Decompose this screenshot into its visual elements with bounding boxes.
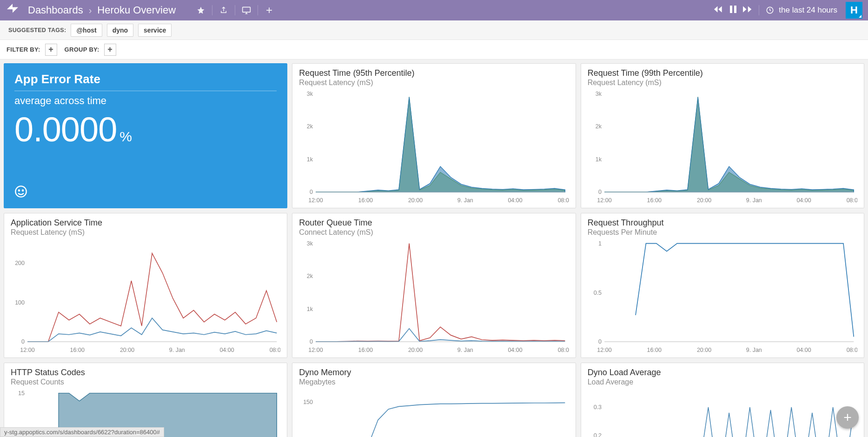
filter-row: FILTER BY: + GROUP BY: + (0, 40, 868, 60)
fab-add-panel[interactable]: + (836, 406, 859, 429)
filter-by-label: FILTER BY: (7, 46, 40, 53)
svg-text:150: 150 (303, 398, 313, 406)
tag-host[interactable]: @host (71, 24, 102, 37)
suggested-tags-row: SUGGESTED TAGS: @host dyno service (0, 20, 868, 40)
clock-icon (766, 6, 774, 14)
panel-subtitle: Request Latency (mS) (588, 79, 857, 87)
svg-text:0: 0 (598, 188, 602, 196)
panel-title: Request Time (95th Percentile) (299, 68, 569, 78)
app-logo[interactable] (6, 2, 20, 18)
panel-rt99[interactable]: Request Time (99th Percentile) Request L… (581, 63, 864, 208)
svg-text:3k: 3k (307, 239, 313, 247)
svg-text:2k: 2k (595, 123, 602, 130)
svg-text:12:00: 12:00 (309, 346, 323, 353)
dashboard-grid: App Error Rate average across time 0.000… (0, 60, 868, 437)
svg-text:16:00: 16:00 (358, 346, 373, 353)
svg-text:20:00: 20:00 (697, 346, 711, 353)
panel-subtitle: Request Latency (mS) (11, 228, 280, 237)
filter-add-button[interactable]: + (45, 44, 57, 56)
svg-text:20:00: 20:00 (697, 196, 711, 204)
svg-text:04:00: 04:00 (508, 346, 523, 353)
panel-router-queue[interactable]: Router Queue Time Connect Latency (mS) 0… (292, 213, 576, 358)
tag-service[interactable]: service (138, 24, 172, 37)
svg-text:9. Jan: 9. Jan (746, 346, 762, 353)
pause-icon[interactable] (730, 6, 736, 15)
share-icon[interactable] (217, 4, 230, 17)
panel-dyno-memory[interactable]: Dyno Memory Megabytes 100150 (292, 363, 576, 437)
svg-text:0.5: 0.5 (593, 289, 601, 296)
panel-title: Dyno Load Average (588, 368, 857, 377)
svg-text:16:00: 16:00 (647, 346, 661, 353)
svg-text:08:00: 08:00 (846, 196, 857, 204)
svg-text:0: 0 (310, 188, 313, 196)
rewind-icon[interactable] (714, 6, 723, 15)
svg-text:0.3: 0.3 (593, 404, 601, 411)
timerange-picker[interactable]: the last 24 hours (766, 6, 837, 15)
panel-subtitle: average across time (14, 95, 277, 107)
breadcrumb-root[interactable]: Dashboards (28, 4, 83, 16)
svg-text:08:00: 08:00 (270, 346, 281, 353)
avatar[interactable]: H (846, 2, 862, 19)
svg-text:12:00: 12:00 (20, 346, 34, 353)
group-add-button[interactable]: + (104, 44, 116, 56)
big-value: 0.0000 % (14, 110, 277, 149)
panel-title: App Error Rate (14, 72, 277, 86)
panel-subtitle[interactable]: Requests Per Minute (588, 228, 857, 237)
title-actions: + (194, 4, 276, 17)
svg-text:9. Jan: 9. Jan (457, 196, 473, 204)
panel-title: Dyno Memory (299, 368, 569, 377)
smiley-icon (14, 185, 277, 201)
panel-subtitle: Megabytes (299, 378, 569, 386)
panel-dyno-load[interactable]: Dyno Load Average Load Average 0.10.20.3 (581, 363, 864, 437)
svg-text:08:00: 08:00 (558, 346, 569, 353)
svg-text:0: 0 (310, 338, 313, 345)
svg-text:2k: 2k (307, 272, 313, 280)
svg-text:15: 15 (18, 389, 25, 397)
svg-text:12:00: 12:00 (597, 346, 611, 353)
svg-text:9. Jan: 9. Jan (746, 196, 762, 204)
svg-text:1: 1 (598, 239, 602, 247)
suggested-tags-label: SUGGESTED TAGS: (8, 27, 66, 33)
svg-text:04:00: 04:00 (508, 196, 523, 204)
add-icon[interactable]: + (263, 4, 276, 17)
svg-text:04:00: 04:00 (796, 346, 811, 353)
panel-subtitle[interactable]: Request Counts (11, 378, 280, 386)
present-icon[interactable] (240, 4, 253, 17)
tag-dyno[interactable]: dyno (107, 24, 133, 37)
chart: 01k2k3k12:0016:0020:009. Jan04:0008:00 (299, 239, 569, 355)
chart: 010020012:0016:0020:009. Jan04:0008:00 (11, 239, 280, 355)
breadcrumb-leaf[interactable]: Heroku Overview (97, 4, 176, 16)
svg-text:1k: 1k (307, 305, 313, 312)
topbar: Dashboards › Heroku Overview + the l (0, 0, 868, 20)
svg-text:20:00: 20:00 (408, 346, 423, 353)
panel-rt95[interactable]: Request Time (95th Percentile) Request L… (292, 63, 576, 208)
svg-text:9. Jan: 9. Jan (169, 346, 185, 353)
panel-subtitle: Load Average (588, 378, 857, 386)
panel-http-status[interactable]: HTTP Status Codes Request Counts 1015 (4, 363, 287, 437)
svg-text:0.2: 0.2 (593, 431, 601, 437)
svg-point-4 (15, 186, 26, 197)
panel-throughput[interactable]: Request Throughput Requests Per Minute 0… (581, 213, 864, 358)
svg-rect-1 (730, 6, 732, 13)
panel-subtitle: Connect Latency (mS) (299, 228, 569, 237)
svg-text:20:00: 20:00 (120, 346, 134, 353)
star-icon[interactable] (194, 4, 207, 17)
svg-point-6 (22, 190, 23, 191)
chart: 01k2k3k12:0016:0020:009. Jan04:0008:00 (299, 90, 569, 205)
svg-text:3k: 3k (307, 90, 313, 97)
svg-text:1k: 1k (307, 155, 313, 163)
svg-text:04:00: 04:00 (796, 196, 811, 204)
svg-text:0: 0 (598, 338, 602, 345)
forward-icon[interactable] (743, 6, 752, 15)
svg-text:16:00: 16:00 (358, 196, 373, 204)
panel-app-service-time[interactable]: Application Service Time Request Latency… (4, 213, 287, 358)
status-url: y-stg.appoptics.com/s/dashboards/6622?du… (0, 427, 164, 437)
panel-title: Request Time (99th Percentile) (588, 68, 857, 78)
svg-text:2k: 2k (307, 123, 313, 130)
chevron-right-icon: › (89, 5, 92, 16)
timerange-label: the last 24 hours (779, 6, 837, 15)
svg-text:08:00: 08:00 (846, 346, 857, 353)
chart: 00.5112:0016:0020:009. Jan04:0008:00 (588, 239, 857, 355)
panel-app-error-rate[interactable]: App Error Rate average across time 0.000… (4, 63, 287, 208)
svg-text:16:00: 16:00 (70, 346, 85, 353)
